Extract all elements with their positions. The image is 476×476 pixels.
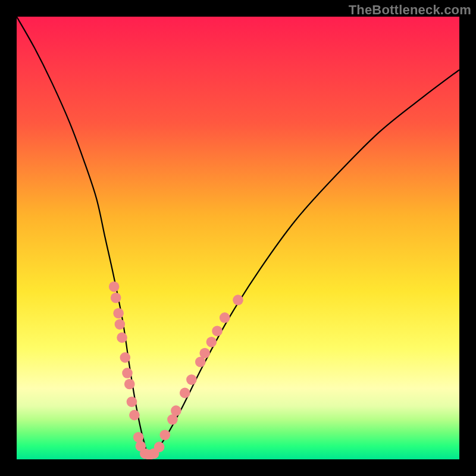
chart-frame: TheBottleneck.com xyxy=(0,0,476,476)
data-marker xyxy=(206,337,217,347)
data-marker xyxy=(124,379,135,390)
plot-area xyxy=(17,17,459,459)
data-marker xyxy=(159,430,170,440)
data-marker xyxy=(195,357,206,368)
data-marker xyxy=(111,293,121,303)
bottleneck-curve xyxy=(17,17,459,455)
marker-group xyxy=(109,281,243,459)
data-marker xyxy=(154,441,165,452)
data-marker xyxy=(171,405,181,416)
data-marker xyxy=(129,410,140,421)
data-marker xyxy=(220,312,230,323)
curve-layer xyxy=(17,17,459,459)
data-marker xyxy=(180,388,190,399)
data-marker xyxy=(127,396,137,407)
data-marker xyxy=(117,333,127,343)
data-marker xyxy=(115,319,126,330)
data-marker xyxy=(212,325,223,336)
data-marker xyxy=(120,352,130,363)
data-marker xyxy=(109,281,120,292)
data-marker xyxy=(133,432,144,443)
data-marker xyxy=(233,295,243,305)
data-marker xyxy=(122,368,133,378)
data-marker xyxy=(186,374,197,385)
data-marker xyxy=(113,308,124,319)
data-marker xyxy=(199,348,210,359)
watermark-text: TheBottleneck.com xyxy=(349,2,471,18)
